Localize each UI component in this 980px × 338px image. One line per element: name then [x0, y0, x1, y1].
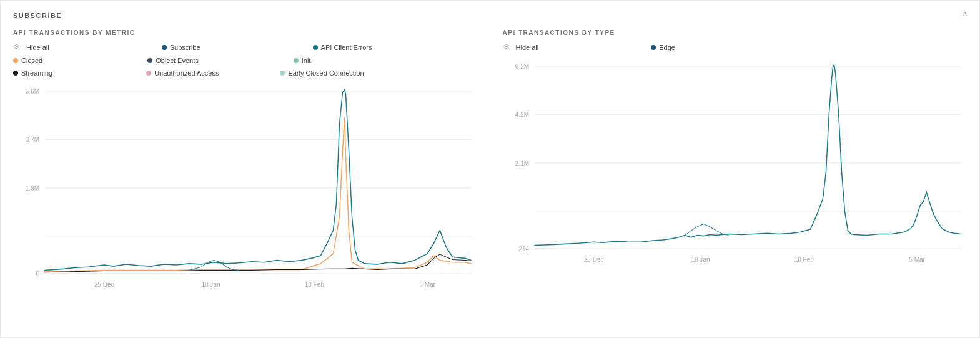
init-dot	[294, 58, 299, 63]
unauth-dot	[146, 71, 151, 76]
legend-item-api-errors[interactable]: API Client Errors	[313, 42, 372, 52]
legend-object-events-label: Object Events	[156, 57, 198, 64]
left-chart-legend: 👁 Hide all Subscribe API Client Errors C…	[13, 42, 478, 77]
legend-item-streaming[interactable]: Streaming	[13, 69, 52, 77]
main-container: SUBSCRIBE ^ API TRANSACTIONS BY METRIC 👁…	[0, 0, 980, 338]
subscribe-dot	[162, 45, 167, 50]
legend-item-closed[interactable]: Closed	[13, 57, 42, 64]
right-chart-svg: 6.2M 4.2M 2.1M 214 25 Dec 18 Jan 10 Feb …	[503, 59, 968, 272]
svg-text:25 Dec: 25 Dec	[94, 281, 114, 288]
right-legend-edge[interactable]: Edge	[651, 42, 675, 52]
legend-early-closed-label: Early Closed Connection	[288, 69, 364, 77]
legend-api-errors-label: API Client Errors	[321, 44, 372, 51]
legend-streaming-label: Streaming	[21, 69, 52, 77]
svg-text:18 Jan: 18 Jan	[201, 281, 220, 288]
legend-subscribe-label: Subscribe	[170, 44, 200, 51]
section-title: SUBSCRIBE	[13, 12, 62, 19]
svg-text:10 Feb: 10 Feb	[305, 281, 324, 288]
right-legend-hide-all-label: Hide all	[516, 44, 539, 51]
legend-item-object-events[interactable]: Object Events	[147, 57, 198, 64]
api-errors-dot	[313, 45, 318, 50]
left-chart-svg: 5.6M 3.7M 1.9M 0 25 Dec 18 Jan 10 Feb 5 …	[13, 84, 478, 297]
right-legend-edge-label: Edge	[659, 44, 675, 51]
svg-text:2.1M: 2.1M	[515, 160, 528, 167]
svg-text:6.2M: 6.2M	[515, 63, 528, 70]
legend-closed-label: Closed	[21, 57, 42, 64]
early-closed-dot	[280, 71, 285, 76]
left-chart-area: 5.6M 3.7M 1.9M 0 25 Dec 18 Jan 10 Feb 5 …	[13, 84, 478, 297]
legend-item-init[interactable]: Init	[294, 57, 311, 64]
svg-text:4.2M: 4.2M	[515, 111, 528, 118]
right-eye-icon: 👁	[503, 42, 511, 52]
svg-text:5 Mar: 5 Mar	[909, 256, 925, 263]
right-chart-title: API TRANSACTIONS BY TYPE	[503, 29, 968, 36]
section-header: SUBSCRIBE ^	[13, 11, 967, 21]
svg-text:0: 0	[36, 271, 40, 277]
legend-init-label: Init	[302, 57, 311, 64]
streaming-dot	[13, 71, 18, 76]
left-chart-title: API TRANSACTIONS BY METRIC	[13, 29, 478, 36]
left-chart-panel: API TRANSACTIONS BY METRIC 👁 Hide all Su…	[13, 29, 478, 297]
svg-text:5.6M: 5.6M	[26, 88, 39, 95]
right-chart-area: 6.2M 4.2M 2.1M 214 25 Dec 18 Jan 10 Feb …	[503, 59, 968, 272]
right-chart-panel: API TRANSACTIONS BY TYPE 👁 Hide all Edge	[503, 29, 968, 297]
svg-text:3.7M: 3.7M	[26, 136, 39, 143]
legend-item-subscribe[interactable]: Subscribe	[162, 42, 200, 52]
legend-item-hide-all[interactable]: 👁 Hide all	[13, 42, 49, 52]
legend-item-unauth[interactable]: Unauthorized Access	[146, 69, 219, 77]
right-chart-legend: 👁 Hide all Edge	[503, 42, 968, 52]
closed-dot	[13, 58, 18, 63]
object-events-dot	[147, 58, 152, 63]
svg-text:5 Mar: 5 Mar	[419, 281, 435, 288]
eye-icon: 👁	[13, 42, 21, 52]
svg-text:18 Jan: 18 Jan	[691, 256, 710, 263]
svg-text:1.9M: 1.9M	[26, 185, 39, 192]
svg-text:25 Dec: 25 Dec	[583, 256, 603, 263]
edge-dot	[651, 45, 656, 50]
svg-text:10 Feb: 10 Feb	[794, 256, 813, 263]
legend-item-early-closed[interactable]: Early Closed Connection	[280, 69, 364, 77]
svg-text:214: 214	[518, 246, 529, 252]
legend-unauth-label: Unauthorized Access	[154, 69, 219, 77]
right-legend-hide-all[interactable]: 👁 Hide all	[503, 42, 539, 52]
charts-wrapper: API TRANSACTIONS BY METRIC 👁 Hide all Su…	[13, 29, 967, 297]
legend-hide-all-label: Hide all	[26, 44, 49, 51]
collapse-button[interactable]: ^	[963, 11, 967, 21]
